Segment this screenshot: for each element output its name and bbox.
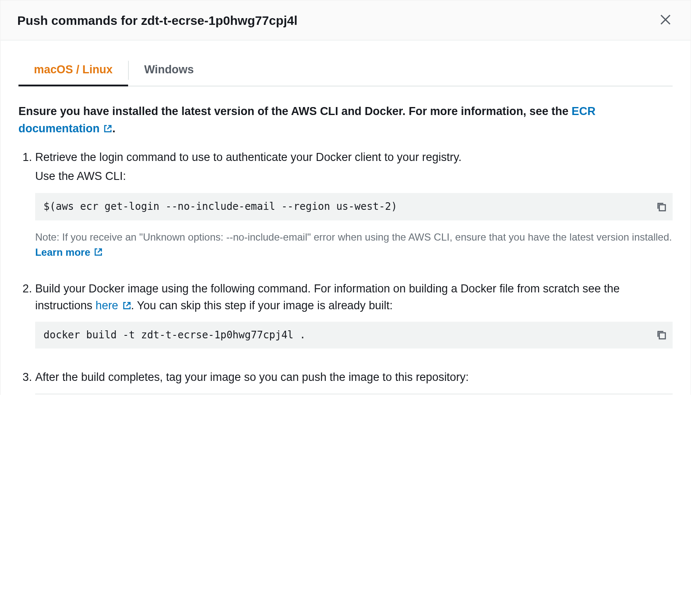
here-link[interactable]: here <box>96 299 131 312</box>
push-commands-modal: Push commands for zdt-t-ecrse-1p0hwg77cp… <box>0 0 691 395</box>
external-link-icon <box>104 121 112 129</box>
step-1-line2: Use the AWS CLI: <box>35 168 672 185</box>
tab-macos-linux[interactable]: macOS / Linux <box>19 55 128 86</box>
tab-bar: macOS / Linux Windows <box>19 55 673 86</box>
copy-button[interactable] <box>654 327 669 343</box>
learn-more-link[interactable]: Learn more <box>35 246 102 258</box>
step-3-text: After the build completes, tag your imag… <box>35 369 672 386</box>
svg-rect-2 <box>659 205 665 211</box>
tab-windows[interactable]: Windows <box>129 55 209 86</box>
step-2-code: docker build -t zdt-t-ecrse-1p0hwg77cpj4… <box>35 321 672 348</box>
modal-header: Push commands for zdt-t-ecrse-1p0hwg77cp… <box>0 0 690 40</box>
step-2: Build your Docker image using the follow… <box>35 280 672 348</box>
external-link-icon <box>123 298 131 306</box>
step-1-note-text: Note: If you receive an "Unknown options… <box>35 231 672 243</box>
step-1-code: $(aws ecr get-login --no-include-email -… <box>35 193 672 220</box>
modal-body: macOS / Linux Windows Ensure you have in… <box>0 40 690 395</box>
step-1: Retrieve the login command to use to aut… <box>35 149 672 260</box>
intro-prefix: Ensure you have installed the latest ver… <box>19 105 572 118</box>
copy-button[interactable] <box>654 199 669 214</box>
step-2-text-b: . You can skip this step if your image i… <box>131 299 393 312</box>
step-2-code-text: docker build -t zdt-t-ecrse-1p0hwg77cpj4… <box>43 327 305 343</box>
step-1-code-text: $(aws ecr get-login --no-include-email -… <box>43 199 397 214</box>
step-2-text: Build your Docker image using the follow… <box>35 280 672 314</box>
intro-text: Ensure you have installed the latest ver… <box>19 103 673 137</box>
external-link-icon <box>94 246 103 254</box>
step-1-line1: Retrieve the login command to use to aut… <box>35 149 672 166</box>
svg-rect-3 <box>659 333 665 339</box>
here-link-label: here <box>96 299 118 312</box>
step-3-code: docker tag zdt-t-ecrse-1p0hwg77cpj4l:lat… <box>35 393 672 395</box>
close-icon[interactable] <box>657 11 674 30</box>
intro-period: . <box>112 122 115 134</box>
steps-list: Retrieve the login command to use to aut… <box>19 149 673 395</box>
modal-title: Push commands for zdt-t-ecrse-1p0hwg77cp… <box>17 14 297 28</box>
step-1-note: Note: If you receive an "Unknown options… <box>35 230 672 260</box>
step-3: After the build completes, tag your imag… <box>35 369 672 395</box>
learn-more-label: Learn more <box>35 246 90 258</box>
